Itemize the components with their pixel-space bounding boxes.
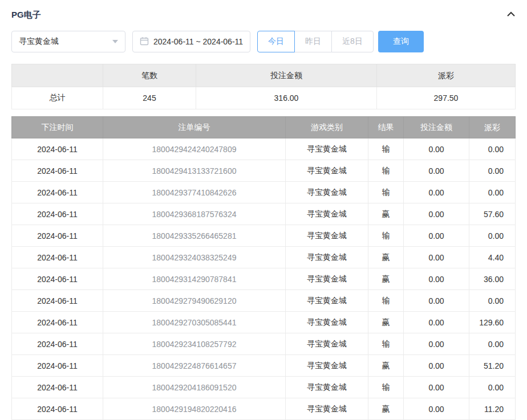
table-row: 2024-06-111800429368187576324寻宝黄金城赢0.005… [12, 203, 516, 225]
game-select[interactable]: 寻宝黄金城 [11, 31, 125, 52]
cell-amount: 0.00 [404, 268, 469, 290]
cell-payout: 0.00 [469, 182, 516, 203]
cell-game: 寻宝黄金城 [286, 333, 368, 355]
cell-payout: 51.20 [469, 355, 516, 377]
summary-table: 笔数 投注金额 派彩 总计 245 316.00 297.50 [11, 64, 516, 109]
chevron-up-icon [506, 11, 516, 19]
cell-bet-no: 1800429314290787841 [103, 268, 286, 290]
cell-bet-no: 1800429424240247809 [103, 138, 286, 160]
summary-header-bet-amount: 投注金额 [196, 64, 377, 87]
chevron-down-icon [112, 40, 118, 43]
cell-bet-time: 2024-06-11 [12, 398, 103, 420]
cell-payout: 4.40 [469, 247, 516, 268]
cell-bet-no: 1800429335266465281 [103, 225, 286, 247]
cell-bet-no: 1800429234108257792 [103, 333, 286, 355]
cell-result: 输 [368, 290, 404, 312]
quick-range-group: 今日 昨日 近8日 [257, 31, 374, 52]
records-header-row: 下注时间注单编号游戏类别结果投注金额派彩 [12, 117, 516, 138]
cell-bet-no: 1800429204186091520 [103, 377, 286, 398]
cell-amount: 0.00 [404, 312, 469, 333]
records-header-payout: 派彩 [469, 117, 516, 138]
cell-result: 赢 [368, 203, 404, 225]
cell-payout: 36.00 [469, 268, 516, 290]
cell-game: 寻宝黄金城 [286, 290, 368, 312]
cell-bet-no: 1800429377410842626 [103, 182, 286, 203]
cell-bet-time: 2024-06-11 [12, 203, 103, 225]
page-title: PG电子 [11, 10, 41, 21]
summary-header-count: 笔数 [103, 64, 196, 87]
cell-bet-no: 1800429270305085441 [103, 312, 286, 333]
cell-bet-time: 2024-06-11 [12, 333, 103, 355]
search-button[interactable]: 查询 [378, 31, 424, 52]
cell-game: 寻宝黄金城 [286, 355, 368, 377]
cell-payout: 11.20 [469, 398, 516, 420]
summary-total-bet-amount: 316.00 [196, 87, 377, 109]
cell-bet-no: 1800429194820220416 [103, 398, 286, 420]
cell-bet-no: 1800429279490629120 [103, 290, 286, 312]
cell-bet-no: 1800429368187576324 [103, 203, 286, 225]
records-table: 下注时间注单编号游戏类别结果投注金额派彩 2024-06-11180042942… [11, 116, 516, 420]
records-header-game: 游戏类别 [286, 117, 368, 138]
records-header-result: 结果 [368, 117, 404, 138]
cell-game: 寻宝黄金城 [286, 377, 368, 398]
cell-bet-no: 1800429413133721600 [103, 160, 286, 182]
cell-result: 赢 [368, 312, 404, 333]
cell-payout: 129.60 [469, 312, 516, 333]
pg-panel: PG电子 寻宝黄金城 2024-06-11 ~ 2024-06-11 [0, 0, 527, 420]
calendar-icon [140, 36, 149, 47]
cell-payout: 0.00 [469, 333, 516, 355]
cell-game: 寻宝黄金城 [286, 268, 368, 290]
cell-payout: 0.00 [469, 225, 516, 247]
cell-amount: 0.00 [404, 160, 469, 182]
quick-range-yesterday-button[interactable]: 昨日 [294, 31, 332, 52]
collapse-button[interactable] [506, 11, 516, 19]
cell-result: 赢 [368, 268, 404, 290]
cell-bet-time: 2024-06-11 [12, 377, 103, 398]
cell-game: 寻宝黄金城 [286, 247, 368, 268]
table-row: 2024-06-111800429324038325249寻宝黄金城赢0.004… [12, 247, 516, 268]
quick-range-today-button[interactable]: 今日 [257, 31, 295, 52]
cell-bet-no: 1800429324038325249 [103, 247, 286, 268]
summary-total-label: 总计 [12, 87, 103, 109]
cell-bet-time: 2024-06-11 [12, 268, 103, 290]
cell-bet-time: 2024-06-11 [12, 225, 103, 247]
records-header-amount: 投注金额 [404, 117, 469, 138]
cell-amount: 0.00 [404, 355, 469, 377]
cell-payout: 57.60 [469, 203, 516, 225]
cell-bet-time: 2024-06-11 [12, 355, 103, 377]
filter-bar: 寻宝黄金城 2024-06-11 ~ 2024-06-11 今日 昨日 近8日 … [11, 31, 516, 52]
cell-result: 输 [368, 160, 404, 182]
cell-result: 输 [368, 182, 404, 203]
table-row: 2024-06-111800429279490629120寻宝黄金城输0.000… [12, 290, 516, 312]
cell-amount: 0.00 [404, 377, 469, 398]
cell-payout: 0.00 [469, 160, 516, 182]
quick-range-last8days-button[interactable]: 近8日 [331, 31, 374, 52]
table-row: 2024-06-111800429424240247809寻宝黄金城输0.000… [12, 138, 516, 160]
summary-header-row: 笔数 投注金额 派彩 [12, 64, 516, 87]
game-select-value: 寻宝黄金城 [19, 36, 59, 47]
summary-total-payout: 297.50 [377, 87, 516, 109]
table-row: 2024-06-111800429335266465281寻宝黄金城输0.000… [12, 225, 516, 247]
cell-bet-time: 2024-06-11 [12, 182, 103, 203]
cell-game: 寻宝黄金城 [286, 398, 368, 420]
records-tbody: 2024-06-111800429424240247809寻宝黄金城输0.000… [12, 138, 516, 420]
cell-amount: 0.00 [404, 290, 469, 312]
cell-amount: 0.00 [404, 247, 469, 268]
cell-bet-time: 2024-06-11 [12, 247, 103, 268]
summary-header-payout: 派彩 [377, 64, 516, 87]
cell-result: 赢 [368, 398, 404, 420]
cell-amount: 0.00 [404, 398, 469, 420]
cell-game: 寻宝黄金城 [286, 225, 368, 247]
cell-result: 输 [368, 377, 404, 398]
date-range-value: 2024-06-11 ~ 2024-06-11 [153, 37, 243, 46]
table-row: 2024-06-111800429194820220416寻宝黄金城赢0.001… [12, 398, 516, 420]
cell-result: 赢 [368, 355, 404, 377]
summary-total-row: 总计 245 316.00 297.50 [12, 87, 516, 109]
cell-amount: 0.00 [404, 138, 469, 160]
cell-result: 输 [368, 333, 404, 355]
date-range-picker[interactable]: 2024-06-11 ~ 2024-06-11 [132, 31, 250, 52]
cell-game: 寻宝黄金城 [286, 312, 368, 333]
cell-bet-time: 2024-06-11 [12, 290, 103, 312]
cell-result: 输 [368, 225, 404, 247]
cell-bet-time: 2024-06-11 [12, 160, 103, 182]
